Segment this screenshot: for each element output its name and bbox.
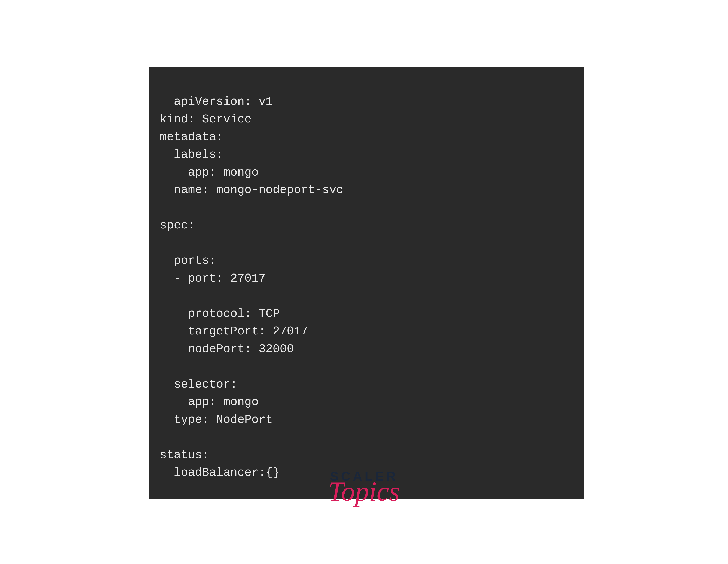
code-line: app: mongo xyxy=(160,166,259,179)
code-line: selector: xyxy=(160,378,237,391)
code-line: app: mongo xyxy=(160,395,259,409)
code-line: ports: xyxy=(160,254,216,267)
logo-subbrand-text: Topics xyxy=(328,477,400,505)
code-line: kind: Service xyxy=(160,113,252,126)
code-line: labels: xyxy=(160,148,223,161)
code-line: status: xyxy=(160,448,209,462)
code-line: type: NodePort xyxy=(160,413,273,427)
code-line: apiVersion: v1 xyxy=(174,95,273,108)
code-line: protocol: TCP xyxy=(160,307,280,321)
code-line: targetPort: 27017 xyxy=(160,325,308,338)
code-line: spec: xyxy=(160,218,195,232)
yaml-code-block: apiVersion: v1 kind: Service metadata: l… xyxy=(149,67,584,499)
code-line: name: mongo-nodeport-svc xyxy=(160,183,343,197)
brand-logo: SCALER Topics xyxy=(0,469,728,505)
code-line: - port: 27017 xyxy=(160,272,266,285)
code-line: metadata: xyxy=(160,130,223,144)
code-line: nodePort: 32000 xyxy=(160,343,294,356)
